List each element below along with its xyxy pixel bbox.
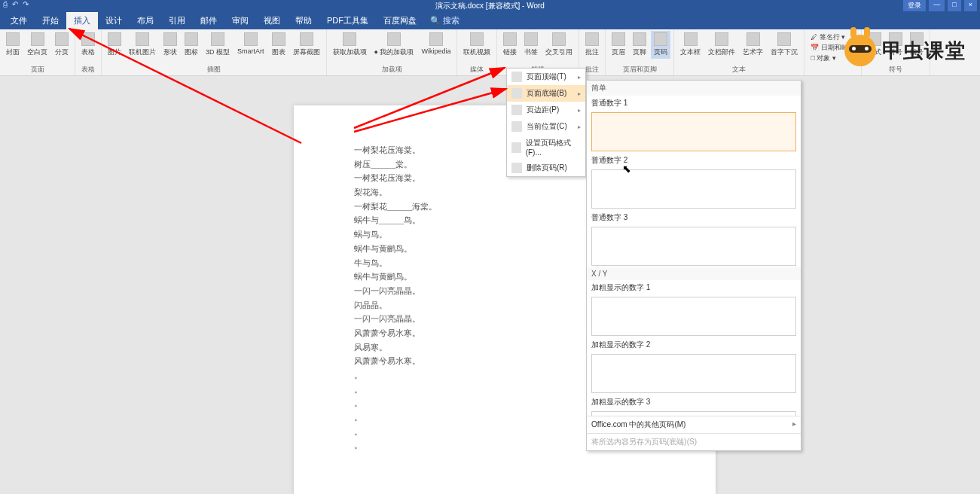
submenu-label: 设置页码格式(F)... xyxy=(526,138,581,157)
ribbon-icon xyxy=(777,32,791,46)
gallery-option-普通数字 1[interactable] xyxy=(591,112,796,151)
ribbon-group-页眉和页脚: 页眉页脚页码页眉和页脚 xyxy=(606,29,674,75)
redo-icon[interactable]: ↷ xyxy=(23,0,29,8)
ribbon-icon xyxy=(524,32,538,46)
submenu-label: 页面顶端(T) xyxy=(527,72,566,82)
page-number-gallery: 简单普通数字 1普通数字 2普通数字 3X / Y加粗显示的数字 1加粗显示的数… xyxy=(586,80,801,451)
ribbon-group-label: 插图 xyxy=(207,65,221,75)
ribbon-icon xyxy=(81,32,95,46)
ribbon-button-屏幕截图[interactable]: 屏幕截图 xyxy=(290,31,323,59)
ribbon-button-label: Wikipedia xyxy=(421,47,450,55)
ribbon-button-文档部件[interactable]: 文档部件 xyxy=(705,31,738,59)
ribbon-icon xyxy=(108,32,121,46)
ribbon-button-3D 模型[interactable]: 3D 模型 xyxy=(203,31,233,59)
ribbon-group-页面: 封面空白页分页页面 xyxy=(0,29,75,75)
ribbon-button-页码[interactable]: 页码 xyxy=(651,31,670,59)
tab-布局[interactable]: 布局 xyxy=(130,12,161,29)
ribbon-button-label: 3D 模型 xyxy=(206,47,230,57)
login-button[interactable]: 登录 xyxy=(903,0,926,11)
tab-审阅[interactable]: 审阅 xyxy=(224,12,256,29)
ribbon-button-SmartArt[interactable]: SmartArt xyxy=(234,31,267,59)
ribbon-button-页脚[interactable]: 页脚 xyxy=(630,31,649,59)
quick-access-toolbar: ⎙ ↶ ↷ xyxy=(3,0,29,8)
submenu-icon xyxy=(511,121,522,132)
undo-icon[interactable]: ↶ xyxy=(12,0,18,8)
ribbon-button-联机图片[interactable]: 联机图片 xyxy=(126,31,159,59)
submenu-item-设置页码格式(F)...[interactable]: 设置页码格式(F)... xyxy=(507,135,585,160)
gallery-option-普通数字 3[interactable] xyxy=(591,227,796,266)
tab-百度网盘[interactable]: 百度网盘 xyxy=(376,12,424,29)
ribbon-icon xyxy=(654,32,667,46)
ribbon-button-链接[interactable]: 链接 xyxy=(500,31,520,59)
submenu-item-页面底端(B)[interactable]: 页面底端(B)▸ xyxy=(507,85,585,102)
gallery-option-label: 普通数字 3 xyxy=(587,210,801,225)
ribbon-button-label: 图表 xyxy=(272,47,285,57)
chevron-right-icon: ▸ xyxy=(578,124,581,130)
ribbon-button-图表[interactable]: 图表 xyxy=(269,31,289,59)
gallery-option-加粗显示的数字 1[interactable] xyxy=(591,297,796,336)
ribbon-button-批注[interactable]: 批注 xyxy=(582,31,602,59)
tab-设计[interactable]: 设计 xyxy=(98,12,130,29)
ribbon-button-首字下沉[interactable]: 首字下沉 xyxy=(768,31,801,59)
ribbon-button-图片[interactable]: 图片 xyxy=(105,31,124,59)
minimize-button[interactable]: — xyxy=(929,0,945,11)
tab-插入[interactable]: 插入 xyxy=(66,12,98,29)
ribbon-button-Wikipedia[interactable]: Wikipedia xyxy=(418,31,453,59)
ribbon-button-交叉引用[interactable]: 交叉引用 xyxy=(542,31,575,59)
tab-邮件[interactable]: 邮件 xyxy=(193,12,224,29)
ribbon-icon xyxy=(715,32,728,46)
chevron-right-icon: ▸ xyxy=(578,107,581,114)
ribbon-group-加载项: 获取加载项● 我的加载项Wikipedia加载项 xyxy=(327,29,458,75)
ribbon-group-插图: 图片联机图片形状图标3D 模型SmartArt图表屏幕截图插图 xyxy=(102,29,327,75)
tab-PDF工具集[interactable]: PDF工具集 xyxy=(319,12,376,29)
tab-帮助[interactable]: 帮助 xyxy=(288,12,319,29)
ribbon-button-空白页[interactable]: 空白页 xyxy=(24,31,50,59)
submenu-label: 删除页码(R) xyxy=(527,163,567,173)
ribbon-button-label: 首字下沉 xyxy=(771,47,798,57)
gallery-option-加粗显示的数字 3[interactable] xyxy=(591,411,796,416)
ribbon-group-label: 批注 xyxy=(585,65,599,75)
ribbon-button-label: ● 我的加载项 xyxy=(374,47,414,57)
submenu-item-当前位置(C)[interactable]: 当前位置(C)▸ xyxy=(507,118,585,135)
ribbon-button-label: 分页 xyxy=(55,47,69,57)
ribbon-button-获取加载项[interactable]: 获取加载项 xyxy=(330,31,370,59)
ribbon-icon xyxy=(300,32,313,46)
menu-bar: 文件开始插入设计布局引用邮件审阅视图帮助PDF工具集百度网盘 🔍 搜索 xyxy=(0,11,980,29)
ribbon-button-形状[interactable]: 形状 xyxy=(160,31,180,59)
tab-视图[interactable]: 视图 xyxy=(256,12,288,29)
ribbon-button-文本框[interactable]: 文本框 xyxy=(677,31,704,59)
ribbon-button-label: 空白页 xyxy=(27,47,47,57)
gallery-option-label: 普通数字 1 xyxy=(587,96,801,111)
ribbon-icon xyxy=(55,32,69,46)
ribbon-group-label: 页面 xyxy=(31,65,44,75)
submenu-item-页边距(P)[interactable]: 页边距(P)▸ xyxy=(507,102,585,118)
ribbon-icon xyxy=(185,32,198,46)
chevron-right-icon: ▸ xyxy=(578,74,581,81)
tab-文件[interactable]: 文件 xyxy=(3,12,35,29)
ribbon-button-分页[interactable]: 分页 xyxy=(52,31,72,59)
ribbon-button-联机视频[interactable]: 联机视频 xyxy=(460,31,493,59)
gallery-option-普通数字 2[interactable] xyxy=(591,169,796,209)
ribbon-button-label: 批注 xyxy=(585,47,599,57)
ribbon-icon xyxy=(612,32,625,46)
ribbon-button-表格[interactable]: 表格 xyxy=(78,31,98,59)
ribbon-button-书签[interactable]: 书签 xyxy=(521,31,541,59)
submenu-item-页面顶端(T)[interactable]: 页面顶端(T)▸ xyxy=(507,69,585,85)
ribbon-button-图标[interactable]: 图标 xyxy=(182,31,201,59)
ribbon-button-艺术字[interactable]: 艺术字 xyxy=(740,31,766,59)
ribbon-button-页眉[interactable]: 页眉 xyxy=(609,31,628,59)
gallery-more-office[interactable]: Office.com 中的其他页码(M)▸ xyxy=(587,416,801,433)
save-icon[interactable]: ⎙ xyxy=(3,0,8,8)
tab-开始[interactable]: 开始 xyxy=(35,12,66,29)
cursor-icon: ⬉ xyxy=(622,163,631,175)
ribbon-button-封面[interactable]: 封面 xyxy=(3,31,23,59)
search-button[interactable]: 🔍 搜索 xyxy=(430,15,459,26)
close-button[interactable]: × xyxy=(964,0,977,11)
ribbon-icon xyxy=(244,32,258,46)
gallery-option-加粗显示的数字 2[interactable] xyxy=(591,354,796,393)
gallery-option-label: 加粗显示的数字 3 xyxy=(587,395,801,410)
submenu-item-删除页码(R)[interactable]: 删除页码(R) xyxy=(507,160,585,176)
ribbon-button-● 我的加载项[interactable]: ● 我的加载项 xyxy=(371,31,417,59)
tab-引用[interactable]: 引用 xyxy=(161,12,193,29)
maximize-button[interactable]: □ xyxy=(948,0,960,11)
